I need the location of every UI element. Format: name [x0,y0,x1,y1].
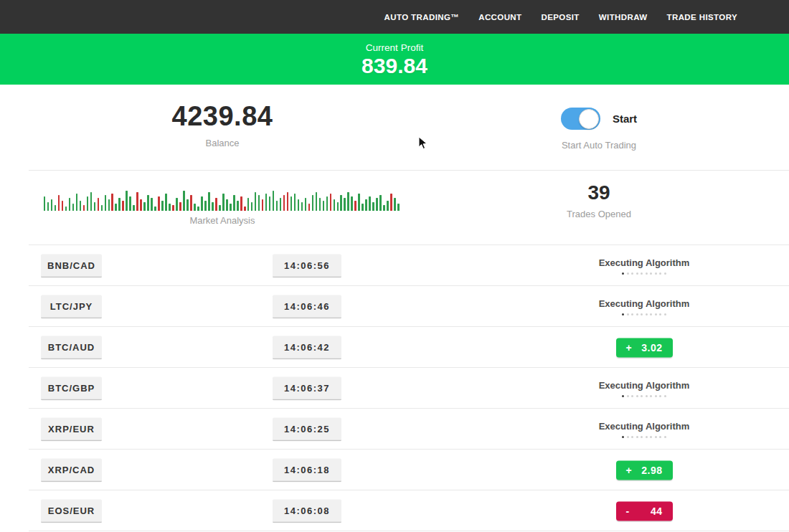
market-bar [201,196,203,211]
market-bar [179,202,181,211]
trade-row: XRP/EUR14:06:25Executing Algorithm [0,409,789,450]
market-bar [233,195,235,211]
progress-dot [631,313,633,315]
result-sign: + [626,465,633,476]
progress-dot [659,436,661,438]
result-value: 44 [651,505,663,517]
market-bar [308,204,311,211]
progress-dot [659,313,661,315]
trades-opened-block: 39 Trades Opened [409,171,789,245]
market-bar [58,195,60,211]
market-bar [230,204,232,211]
progress-dot [631,436,633,438]
market-bar [133,205,135,211]
market-analysis-bars [44,188,401,211]
time-badge: 14:06:46 [273,295,341,318]
market-bar [105,195,107,211]
progress-dot [655,313,657,315]
market-bar [190,195,192,211]
progress-dot [655,395,657,397]
market-bar [111,194,113,211]
market-bar [394,198,396,211]
pair-badge: BTC/AUD [41,336,102,359]
market-bar [344,198,346,211]
progress-dot [641,313,643,315]
status-cell: +3.02 [594,338,694,357]
market-bar [287,192,289,211]
progress-dot [641,272,643,275]
market-bar [143,202,146,211]
market-bar [126,191,128,211]
progress-dots [622,395,666,397]
market-bar [136,192,138,211]
market-bar [158,196,160,211]
account-summary-section: 4239.84 Balance Start Start Auto Trading [0,85,789,171]
nav-item-account[interactable]: ACCOUNT [478,13,521,22]
market-bar [255,192,257,211]
market-bar [80,201,82,211]
progress-dot [664,436,666,438]
trade-row: BTC/GBP14:06:37Executing Algorithm [0,368,789,409]
market-bar [118,198,121,211]
market-bar [354,201,356,211]
market-bar [87,196,89,211]
trade-row: BNB/CAD14:06:56Executing Algorithm [0,245,789,286]
progress-dots [622,272,666,275]
market-bar [365,199,367,211]
market-bar [51,199,53,211]
executing-label: Executing Algorithm [599,298,690,309]
status-cell: Executing Algorithm [594,298,694,315]
market-bar [237,201,239,211]
status-cell: Executing Algorithm [594,421,694,438]
market-bar [72,204,75,211]
market-bar [140,199,142,211]
market-bar [69,198,71,211]
progress-dot [650,272,652,275]
nav-item-trade-history[interactable]: TRADE HISTORY [667,13,738,22]
market-bar [169,204,171,211]
time-badge: 14:06:25 [273,417,341,441]
current-profit-value: 839.84 [362,55,427,77]
nav-item-deposit[interactable]: DEPOSIT [542,13,580,22]
progress-dot [659,395,661,397]
market-bar [219,205,221,211]
market-bar [47,202,49,211]
balance-value: 4239.84 [172,102,273,132]
market-bar [76,194,78,211]
progress-dot [627,436,629,438]
market-bar [280,198,282,211]
market-bar [379,195,382,211]
market-bar [115,204,117,211]
market-bar [90,192,93,211]
market-bar [172,205,174,211]
progress-dot [636,313,638,315]
progress-dot [650,436,652,438]
progress-dot [622,313,624,315]
market-bar [108,199,110,211]
market-bar [383,205,385,211]
auto-trading-toggle[interactable] [561,108,600,130]
market-bar [283,195,285,211]
market-bar [316,192,318,211]
status-cell: Executing Algorithm [594,257,694,275]
market-bar [208,192,210,211]
trade-row: XRP/CAD14:06:18+2.98 [0,450,789,490]
balance-block: 4239.84 Balance [0,85,409,171]
market-bar [330,194,332,211]
market-bar [222,194,225,211]
trade-result-badge: -44 [616,501,673,521]
nav-item-auto-trading[interactable]: AUTO TRADING™ [384,13,460,22]
progress-dot [664,272,666,275]
market-bar [347,192,349,211]
market-bar [183,191,185,211]
result-value: 3.02 [641,342,662,353]
time-badge: 14:06:08 [273,499,341,523]
result-value: 2.98 [641,465,662,476]
progress-dot [646,395,648,397]
current-profit-label: Current Profit [366,42,423,53]
progress-dot [646,272,648,275]
nav-item-withdraw[interactable]: WITHDRAW [599,13,648,22]
market-analysis-label: Market Analysis [189,215,255,226]
market-bar [337,202,339,211]
progress-dot [627,313,629,315]
